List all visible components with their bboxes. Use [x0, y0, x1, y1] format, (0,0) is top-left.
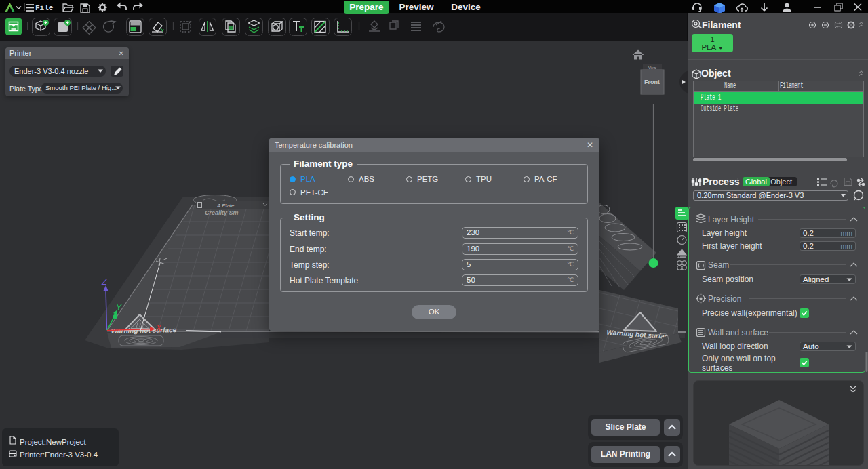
- svg-text:View: View: [648, 66, 656, 70]
- svg-text:File: File: [35, 4, 54, 12]
- svg-text:X: X: [155, 323, 162, 333]
- svg-text:Front: Front: [644, 79, 660, 85]
- svg-text:Y: Y: [116, 303, 122, 312]
- svg-text:Creality Sm: Creality Sm: [205, 209, 239, 216]
- svg-text:A Plate: A Plate: [216, 203, 235, 209]
- svg-text:Z: Z: [101, 277, 107, 287]
